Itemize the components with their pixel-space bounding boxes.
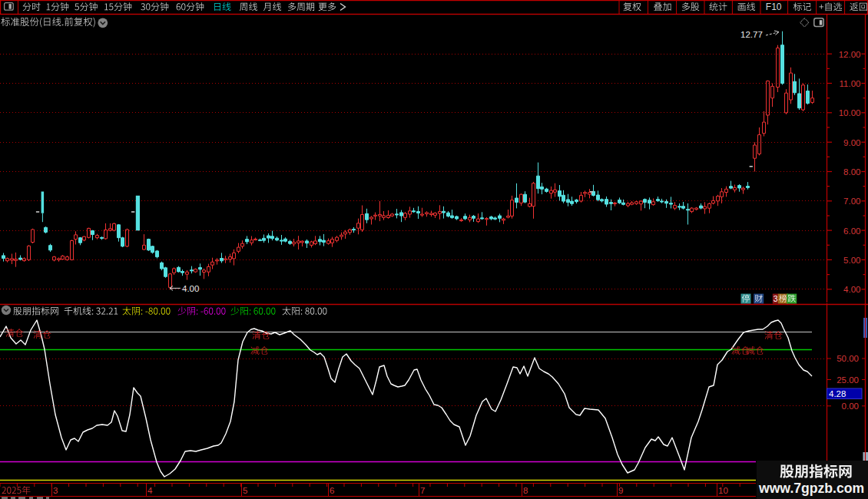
svg-text:50.00: 50.00 bbox=[837, 354, 859, 363]
svg-text:7.00: 7.00 bbox=[843, 197, 860, 206]
svg-text:6.00: 6.00 bbox=[843, 226, 860, 236]
svg-text:4: 4 bbox=[147, 486, 153, 495]
svg-text:F10: F10 bbox=[766, 2, 782, 12]
svg-text:5.00: 5.00 bbox=[843, 256, 860, 265]
svg-text:3: 3 bbox=[53, 486, 58, 495]
svg-text:9.00: 9.00 bbox=[843, 138, 860, 147]
svg-text:7: 7 bbox=[420, 486, 425, 495]
svg-text:www.7gpzb.com: www.7gpzb.com bbox=[758, 481, 864, 496]
svg-text:10: 10 bbox=[718, 486, 728, 495]
svg-text:5: 5 bbox=[243, 486, 247, 495]
svg-text:10.00: 10.00 bbox=[839, 108, 861, 117]
svg-text:12.77: 12.77 bbox=[740, 30, 763, 39]
svg-text:25.00: 25.00 bbox=[837, 375, 859, 385]
svg-text:11.00: 11.00 bbox=[840, 79, 861, 88]
svg-text:3: 3 bbox=[774, 294, 778, 303]
svg-text:4.00: 4.00 bbox=[843, 285, 860, 294]
svg-text:8: 8 bbox=[523, 486, 528, 495]
svg-text:9: 9 bbox=[618, 486, 623, 495]
svg-text:0.00: 0.00 bbox=[842, 402, 859, 411]
svg-text:4.28: 4.28 bbox=[829, 389, 846, 398]
svg-text:4.00: 4.00 bbox=[182, 284, 199, 293]
svg-text:8.00: 8.00 bbox=[843, 167, 860, 177]
svg-text:6: 6 bbox=[330, 486, 334, 495]
svg-text:12.00: 12.00 bbox=[839, 50, 861, 59]
